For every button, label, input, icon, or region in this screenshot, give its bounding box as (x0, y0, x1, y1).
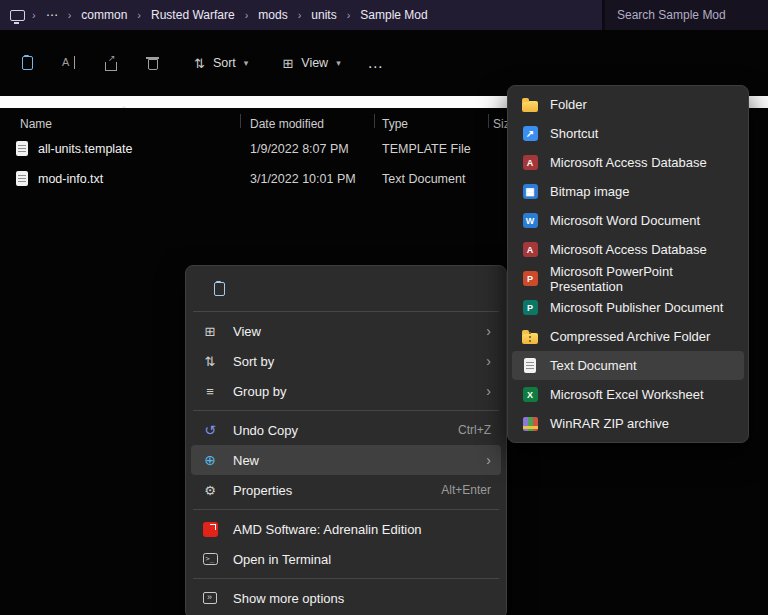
submenu-item-excel-worksheet[interactable]: X Microsoft Excel Worksheet (512, 380, 744, 409)
submenu-item-folder[interactable]: Folder (512, 90, 744, 119)
sort-button[interactable]: ⇅ Sort ▾ (182, 47, 260, 79)
column-header-name[interactable]: Name (20, 117, 52, 131)
group-by-icon: ≡ (201, 384, 219, 399)
chevron-right-icon: › (486, 353, 491, 369)
menu-item-sort-by[interactable]: ⇅ Sort by › (191, 346, 501, 376)
menu-item-group-by[interactable]: ≡ Group by › (191, 376, 501, 406)
file-date-modified: 1/9/2022 8:07 PM (250, 142, 349, 156)
new-icon: ⊕ (201, 452, 219, 468)
chevron-down-icon: ▾ (336, 58, 341, 68)
view-button[interactable]: ⊞ View ▾ (270, 47, 352, 79)
rename-button[interactable] (50, 47, 88, 79)
folder-icon (522, 101, 538, 112)
share-button[interactable] (92, 47, 130, 79)
file-name: all-units.template (38, 142, 133, 156)
paste-icon (22, 56, 33, 70)
file-type: Text Document (382, 172, 465, 186)
submenu-item-label: Microsoft Excel Worksheet (550, 387, 704, 402)
delete-icon (148, 59, 158, 70)
menu-item-label: New (233, 453, 478, 468)
file-type: TEMPLATE File (382, 142, 471, 156)
undo-icon: ↺ (201, 422, 219, 438)
menu-separator (193, 410, 499, 411)
file-icon (16, 141, 28, 156)
submenu-item-shortcut[interactable]: ↗ Shortcut (512, 119, 744, 148)
menu-item-label: View (233, 324, 478, 339)
submenu-item-access-database[interactable]: A Microsoft Access Database (512, 235, 744, 264)
breadcrumb-item-units[interactable]: units (303, 8, 344, 22)
submenu-item-access-database[interactable]: A Microsoft Access Database (512, 148, 744, 177)
breadcrumb-item-sample-mod[interactable]: Sample Mod (352, 8, 435, 22)
column-header-type[interactable]: Type (382, 117, 408, 131)
address-bar: › ⋯ › common › Rusted Warfare › mods › u… (0, 0, 768, 30)
search-box[interactable] (602, 0, 768, 30)
breadcrumb-overflow[interactable]: ⋯ (38, 8, 66, 22)
paste-button[interactable] (8, 47, 46, 79)
delete-button[interactable] (134, 47, 172, 79)
submenu-item-label: WinRAR ZIP archive (550, 416, 669, 431)
menu-item-label: Properties (233, 483, 433, 498)
menu-item-label: Group by (233, 384, 478, 399)
submenu-item-winrar-zip-archive[interactable]: WinRAR ZIP archive (512, 409, 744, 438)
breadcrumb: › ⋯ › common › Rusted Warfare › mods › u… (0, 0, 602, 30)
keyboard-shortcut: Ctrl+Z (458, 423, 491, 437)
publisher-icon: P (523, 300, 538, 315)
menu-item-open-in-terminal[interactable]: Open in Terminal (191, 544, 501, 574)
shortcut-icon: ↗ (523, 126, 538, 141)
breadcrumb-item-mods[interactable]: mods (250, 8, 295, 22)
file-icon (16, 171, 28, 186)
chevron-down-icon: ▾ (244, 58, 249, 68)
menu-item-undo-copy[interactable]: ↺ Undo Copy Ctrl+Z (191, 415, 501, 445)
submenu-item-label: Microsoft PowerPoint Presentation (550, 264, 736, 294)
menu-item-show-more-options[interactable]: Show more options (191, 583, 501, 613)
submenu-item-label: Microsoft Word Document (550, 213, 700, 228)
submenu-item-word-document[interactable]: W Microsoft Word Document (512, 206, 744, 235)
excel-icon: X (523, 387, 538, 402)
word-icon: W (523, 213, 538, 228)
chevron-right-icon: › (486, 452, 491, 468)
submenu-item-label: Text Document (550, 358, 637, 373)
submenu-item-text-document[interactable]: Text Document (512, 351, 744, 380)
menu-item-view[interactable]: ⊞ View › (191, 316, 501, 346)
menu-item-label: Open in Terminal (233, 552, 491, 567)
submenu-item-powerpoint-presentation[interactable]: P Microsoft PowerPoint Presentation (512, 264, 744, 293)
submenu-item-bitmap-image[interactable]: ▦ Bitmap image (512, 177, 744, 206)
view-icon: ⊞ (282, 56, 293, 71)
paste-quick-button[interactable] (199, 274, 239, 304)
column-divider (240, 114, 241, 128)
submenu-item-label: Microsoft Publisher Document (550, 300, 723, 315)
submenu-item-label: Compressed Archive Folder (550, 329, 710, 344)
keyboard-shortcut: Alt+Enter (441, 483, 491, 497)
menu-item-new[interactable]: ⊕ New › (191, 445, 501, 475)
search-input[interactable] (617, 8, 757, 22)
file-name: mod-info.txt (38, 172, 103, 186)
chevron-right-icon: › (345, 9, 353, 21)
chevron-right-icon: › (66, 9, 74, 21)
chevron-right-icon: › (30, 9, 38, 21)
menu-item-properties[interactable]: ⚙ Properties Alt+Enter (191, 475, 501, 505)
menu-separator (193, 509, 499, 510)
submenu-item-publisher-document[interactable]: P Microsoft Publisher Document (512, 293, 744, 322)
column-header-date-modified[interactable]: Date modified (250, 117, 324, 131)
amd-icon (203, 522, 218, 537)
submenu-item-compressed-archive-folder[interactable]: Compressed Archive Folder (512, 322, 744, 351)
access-icon: A (523, 155, 538, 170)
see-more-button[interactable]: … (357, 47, 395, 79)
menu-item-label: Undo Copy (233, 423, 450, 438)
submenu-item-label: Microsoft Access Database (550, 242, 707, 257)
breadcrumb-item-rusted-warfare[interactable]: Rusted Warfare (143, 8, 243, 22)
view-button-label: View (301, 56, 328, 70)
menu-item-amd-software[interactable]: AMD Software: Adrenalin Edition (191, 514, 501, 544)
sort-ascending-indicator: ˆ (122, 105, 126, 117)
breadcrumb-item-common[interactable]: common (73, 8, 135, 22)
sort-icon: ⇅ (201, 354, 219, 369)
chevron-right-icon: › (243, 9, 251, 21)
submenu-item-label: Shortcut (550, 126, 598, 141)
winrar-icon (523, 417, 538, 431)
file-date-modified: 3/1/2022 10:01 PM (250, 172, 356, 186)
powerpoint-icon: P (523, 271, 538, 286)
properties-icon: ⚙ (201, 483, 219, 498)
zipped-folder-icon (522, 333, 538, 344)
this-pc-icon[interactable] (10, 10, 25, 21)
chevron-right-icon: › (486, 323, 491, 339)
